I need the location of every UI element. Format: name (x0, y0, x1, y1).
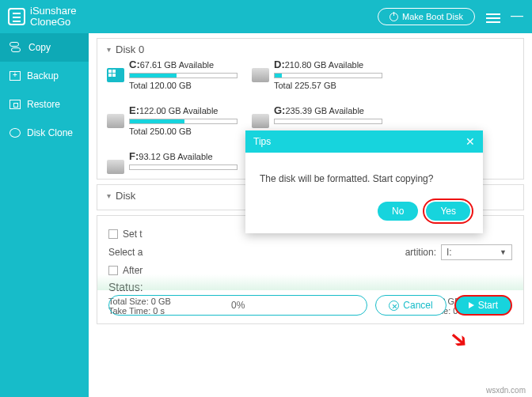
caret-down-icon: ▼ (500, 248, 507, 256)
progress-bar: 0% (108, 295, 367, 316)
app-title: iSunshare CloneGo (30, 6, 77, 28)
make-boot-disk-button[interactable]: Make Boot Disk (378, 8, 475, 25)
partition-F[interactable]: F:93.12 GB Available (107, 150, 238, 174)
usage-bar (129, 119, 238, 124)
partition-C[interactable]: C:67.61 GB Available Total 120.00 GB (107, 59, 238, 90)
checkbox-set[interactable] (108, 229, 118, 239)
partition-label: F:93.12 GB Available (129, 150, 238, 162)
drive-icon (252, 68, 269, 82)
title-bar: iSunshare CloneGo Make Boot Disk — (0, 0, 532, 33)
dialog-yes-button[interactable]: Yes (426, 202, 470, 221)
partition-label: C:67.61 GB Available (129, 59, 238, 70)
start-button[interactable]: Start (454, 295, 512, 316)
drive-icon (107, 68, 124, 82)
drive-icon (107, 160, 124, 174)
cancel-icon (389, 301, 399, 311)
copy-icon (10, 42, 22, 53)
power-icon (390, 13, 398, 21)
watermark: wsxdn.com (486, 386, 526, 395)
chevron-down-icon: ▾ (107, 45, 111, 54)
app-logo-icon (8, 8, 25, 25)
drive-icon (252, 114, 269, 128)
bottom-bar: 0% Cancel Start (97, 295, 523, 316)
partition-label: E:122.00 GB Available (129, 104, 238, 116)
usage-bar (129, 164, 238, 170)
sidebar: Copy Backup Restore Disk Clone (0, 33, 89, 397)
dialog-close-icon[interactable]: ✕ (466, 135, 475, 148)
dialog-message: The disk will be formatted. Start copyin… (245, 153, 483, 192)
restore-icon (10, 100, 21, 109)
partition-dropdown[interactable]: I: ▼ (441, 244, 512, 260)
cancel-button[interactable]: Cancel (375, 295, 446, 316)
usage-bar (274, 119, 382, 124)
tips-dialog: Tips ✕ The disk will be formatted. Start… (245, 130, 483, 233)
sidebar-item-disk-clone[interactable]: Disk Clone (0, 119, 89, 147)
chevron-down-icon: ▾ (107, 191, 111, 200)
sidebar-item-restore[interactable]: Restore (0, 90, 89, 119)
usage-bar (129, 73, 238, 78)
checkbox-set-label: Set t (123, 229, 142, 240)
usage-bar (274, 73, 382, 78)
drive-icon (107, 114, 124, 128)
sidebar-item-copy[interactable]: Copy (0, 33, 89, 62)
menu-icon[interactable] (486, 11, 500, 22)
sidebar-item-backup[interactable]: Backup (0, 62, 89, 90)
backup-icon (10, 71, 21, 81)
dialog-no-button[interactable]: No (378, 202, 418, 221)
disk-clone-icon (10, 128, 21, 138)
annotation-arrow-icon: ➔ (443, 323, 474, 355)
partition-label: artition: (405, 247, 436, 258)
play-icon (469, 302, 474, 308)
partition-E[interactable]: E:122.00 GB Available Total 250.00 GB (107, 104, 238, 136)
select-label: Select a (108, 247, 142, 258)
partition-total: Total 225.57 GB (274, 81, 382, 90)
minimize-icon[interactable]: — (510, 11, 524, 22)
dialog-header: Tips ✕ (245, 130, 483, 153)
partition-total: Total 120.00 GB (129, 81, 238, 90)
partition-label: G:235.39 GB Available (274, 104, 382, 116)
partition-D[interactable]: D:210.80 GB Available Total 225.57 GB (252, 59, 382, 90)
disk0-header[interactable]: ▾ Disk 0 (107, 43, 514, 55)
partition-total: Total 250.00 GB (129, 127, 238, 136)
partition-label: D:210.80 GB Available (274, 59, 382, 70)
